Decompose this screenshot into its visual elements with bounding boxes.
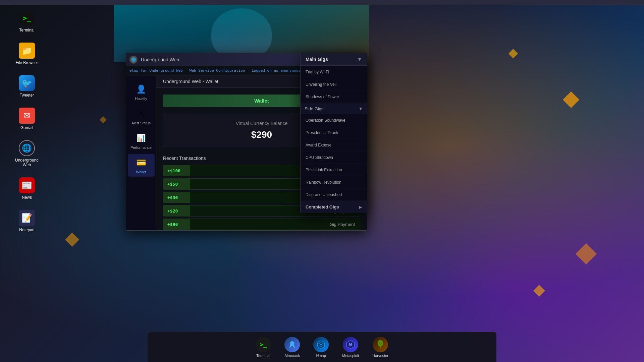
taskbar-harvester-label: Harvester xyxy=(372,354,388,358)
sidebar-wallet-btn[interactable]: 💳 Wallet xyxy=(128,154,155,177)
terminal-icon: >_ xyxy=(19,10,35,26)
svg-marker-0 xyxy=(289,341,295,348)
taskbar-terminal-label: Terminal xyxy=(256,354,270,358)
gig-phishlink-label: PhishLink Extraction xyxy=(306,168,342,172)
tx-amount-0: +$100 xyxy=(163,165,190,176)
side-gigs-title: Side Gigs xyxy=(305,106,323,111)
file-browser-icon: 📁 xyxy=(19,43,35,59)
decoration-diamond-1 xyxy=(508,49,518,58)
system-top-bar xyxy=(0,0,644,5)
gig-trial-label: Trial by Wi-Fi xyxy=(306,70,329,74)
transaction-row-4: +$90 Gig Payment xyxy=(163,219,360,230)
taskbar-harvester-icon xyxy=(373,337,388,352)
completed-gigs-label: Completed Gigs xyxy=(306,204,339,209)
app-sidebar: 👤 Hackify ⚠ Alert Status 📊 Performance 💳… xyxy=(126,75,156,230)
gig-item-trial-by-wifi[interactable]: Trial by Wi-Fi xyxy=(301,66,367,78)
wallet-label: Wallet xyxy=(136,170,146,174)
notepad-icon: 📝 xyxy=(19,210,35,226)
gig-award-label: Award Expose xyxy=(306,143,331,147)
svg-point-3 xyxy=(320,344,322,345)
completed-gigs-header[interactable]: Completed Gigs ▶ xyxy=(301,201,367,213)
taskbar-nmap-icon xyxy=(313,337,329,352)
decoration-diamond-4 xyxy=(533,285,545,297)
performance-label: Performance xyxy=(130,145,152,149)
gig-soundwave-label: Operation Soundwave xyxy=(306,118,345,123)
side-gigs-section-header[interactable]: Side Gigs ▼ xyxy=(301,103,367,114)
performance-icon: 📊 xyxy=(135,132,147,144)
taskbar-airocrack[interactable]: Airocrack xyxy=(281,335,303,359)
content-title: Underground Web - Wallet xyxy=(163,79,218,84)
desktop-icon-list: >_ Terminal 📁 File Browser 🐦 Tweeter ✉ G… xyxy=(13,10,40,232)
desktop-icon-underground-web[interactable]: 🌐 Underground Web xyxy=(13,140,40,167)
tx-amount-4: +$90 xyxy=(163,219,190,230)
gig-item-unveiling-the-veil[interactable]: Unveiling the Veil xyxy=(301,78,367,90)
sidebar-performance-btn[interactable]: 📊 Performance xyxy=(128,129,155,152)
desktop-icon-news[interactable]: 📰 News xyxy=(13,177,40,200)
news-label: News xyxy=(22,195,32,200)
decoration-diamond-3 xyxy=(576,243,597,265)
decoration-diamond-5 xyxy=(100,116,107,123)
notepad-label: Notepad xyxy=(19,228,34,232)
svg-text:M: M xyxy=(349,343,352,346)
taskbar-airocrack-label: Airocrack xyxy=(284,354,300,358)
hackify-label: Hackify xyxy=(135,97,147,101)
gig-veil-label: Unveiling the Veil xyxy=(306,82,336,87)
gig-cpu-label: CPU Shutdown xyxy=(306,155,333,160)
gig-rainbow-label: Rainbow Revolution xyxy=(306,180,341,185)
gigs-panel-header[interactable]: Main Gigs ▼ xyxy=(301,53,367,66)
main-gigs-section: Trial by Wi-Fi Unveiling the Veil Shadow… xyxy=(301,66,367,103)
gig-item-award-expose[interactable]: Award Expose xyxy=(301,139,367,151)
sidebar-hackify-btn[interactable]: 👤 Hackify xyxy=(128,80,155,103)
gig-item-cpu-shutdown[interactable]: CPU Shutdown xyxy=(301,151,367,164)
terminal-icon-label: Terminal xyxy=(19,28,34,33)
desktop-icon-terminal[interactable]: >_ Terminal xyxy=(13,10,40,33)
taskbar-airocrack-icon xyxy=(284,337,300,352)
taskbar-nmap-label: Nmap xyxy=(316,354,326,358)
taskbar: >_ Terminal Airocrack Nmap M xyxy=(148,332,496,362)
side-gigs-chevron-icon: ▼ xyxy=(358,106,363,111)
wallet-icon: 💳 xyxy=(135,157,147,169)
tx-amount-2: +$30 xyxy=(163,192,190,203)
window-app-icon: 🌐 xyxy=(129,56,138,64)
gig-item-disgrace-unleashed[interactable]: Disgrace Unleashed xyxy=(301,188,367,201)
taskbar-harvester[interactable]: Harvester xyxy=(369,335,392,359)
taskbar-metasploit-label: Metasploit xyxy=(342,354,359,358)
desktop-icon-file-browser[interactable]: 📁 File Browser xyxy=(13,43,40,65)
taskbar-metasploit-icon: M xyxy=(343,337,358,352)
main-gigs-chevron-icon: ▼ xyxy=(357,57,362,62)
gig-shadows-label: Shadows of Power xyxy=(306,95,339,99)
gig-item-presidential-prank[interactable]: Presidential Prank xyxy=(301,126,367,139)
completed-gigs-chevron-icon: ▶ xyxy=(359,205,362,209)
main-gigs-title: Main Gigs xyxy=(306,57,328,62)
tx-amount-3: +$20 xyxy=(163,205,190,216)
gig-disgrace-label: Disgrace Unleashed xyxy=(306,192,342,197)
taskbar-nmap[interactable]: Nmap xyxy=(310,335,332,359)
gig-item-rainbow-revolution[interactable]: Rainbow Revolution xyxy=(301,176,367,188)
gig-item-shadows-of-power[interactable]: Shadows of Power xyxy=(301,90,367,103)
gomail-icon: ✉ xyxy=(19,108,35,124)
file-browser-label: File Browser xyxy=(16,60,38,65)
gig-item-operation-soundwave[interactable]: Operation Soundwave xyxy=(301,114,367,126)
underground-web-icon: 🌐 xyxy=(19,140,35,156)
svg-point-9 xyxy=(378,340,383,347)
gigs-panel: Main Gigs ▼ Trial by Wi-Fi Unveiling the… xyxy=(300,53,367,213)
tweeter-label: Tweeter xyxy=(20,93,34,98)
decoration-diamond-2 xyxy=(563,92,579,108)
tx-amount-1: +$50 xyxy=(163,179,190,189)
character-face xyxy=(211,8,272,59)
gomail-label: Gomail xyxy=(20,125,33,130)
gig-item-phishlink-extraction[interactable]: PhishLink Extraction xyxy=(301,164,367,176)
desktop-icon-gomail[interactable]: ✉ Gomail xyxy=(13,108,40,130)
tx-desc-4: Gig Payment xyxy=(190,222,360,227)
desktop-icon-notepad[interactable]: 📝 Notepad xyxy=(13,210,40,232)
desktop-icon-tweeter[interactable]: 🐦 Tweeter xyxy=(13,75,40,98)
alert-status-label: Alert Status xyxy=(131,121,151,125)
underground-web-label: Underground Web xyxy=(13,158,40,167)
taskbar-terminal[interactable]: >_ Terminal xyxy=(252,335,274,359)
tweeter-icon: 🐦 xyxy=(19,75,35,91)
alert-status-icon: ⚠ xyxy=(135,108,147,120)
taskbar-metasploit[interactable]: M Metasploit xyxy=(339,335,362,359)
decoration-diamond-6 xyxy=(65,233,79,247)
sidebar-alert-status-btn[interactable]: ⚠ Alert Status xyxy=(128,105,155,128)
taskbar-terminal-icon: >_ xyxy=(256,337,271,352)
